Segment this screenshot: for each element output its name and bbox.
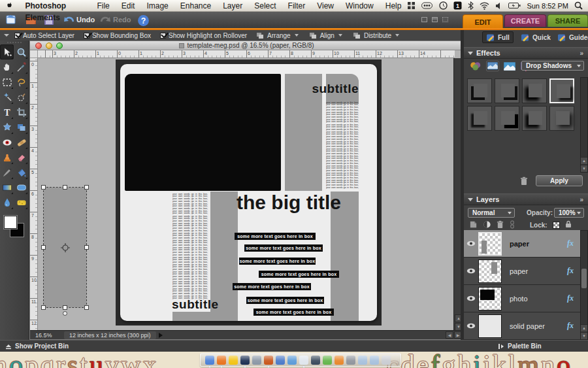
move-tool[interactable] — [0, 44, 14, 59]
lock-all-icon[interactable] — [565, 220, 572, 229]
hand-tool[interactable] — [0, 59, 14, 75]
redo-button[interactable]: Redo — [113, 16, 131, 24]
text-box-bar[interactable]: some more text goes here in box — [235, 233, 316, 240]
dock-app-icon[interactable] — [346, 356, 355, 365]
selection-handle[interactable] — [63, 305, 67, 310]
power-icon[interactable] — [508, 2, 521, 9]
layer-row-photo[interactable]: photofx — [464, 285, 580, 312]
filler-text-column-left[interactable]: your own words go in this box, your own … — [172, 193, 208, 300]
window-arrange-icons[interactable] — [421, 17, 448, 22]
mode-guided-button[interactable]: Guided — [554, 31, 588, 43]
visibility-eye-icon[interactable] — [466, 241, 476, 246]
dock-app-icon[interactable] — [311, 356, 320, 365]
undo-button[interactable]: Undo — [76, 16, 95, 24]
layer-row-paper[interactable]: paperfx — [464, 230, 580, 258]
dock-app-icon[interactable] — [323, 356, 332, 365]
selection-handle[interactable] — [41, 245, 46, 250]
lock-transparency-icon[interactable] — [553, 222, 560, 229]
menu-enhance[interactable]: Enhance — [174, 0, 217, 12]
dock-app-icon[interactable] — [240, 356, 250, 365]
drop-shadow-preset[interactable] — [467, 78, 492, 103]
text-box-bar[interactable]: some more text goes here in box — [244, 244, 323, 252]
layer-fx-badge[interactable]: fx — [567, 293, 574, 303]
subtitle-top-text[interactable]: subtitle — [287, 82, 359, 96]
zoom-window-icon[interactable] — [56, 42, 63, 49]
drop-shadow-preset[interactable] — [495, 78, 519, 103]
menu-button-align[interactable]: Align — [309, 32, 342, 39]
dock-app-icon[interactable] — [382, 356, 391, 365]
marquee-tool[interactable] — [0, 75, 14, 90]
spotlight-icon[interactable] — [574, 1, 583, 10]
selection-handle[interactable] — [84, 245, 89, 250]
text-box-bar[interactable]: some more text goes here in box — [253, 309, 334, 316]
scroll-down-icon[interactable]: ▼ — [581, 165, 587, 172]
layers-scrollbar[interactable]: ▲ ▼ — [580, 230, 588, 340]
red-eye-tool[interactable] — [0, 135, 14, 150]
filters-icon[interactable] — [469, 61, 482, 71]
effects-scrollbar[interactable]: ▲ ▼ — [580, 77, 588, 173]
status-flyout-icon[interactable] — [159, 333, 163, 338]
redo-icon[interactable] — [99, 14, 112, 25]
checkbox-show-bounding-box[interactable]: Show Bounding Box — [84, 32, 151, 39]
input-menu-icon[interactable]: 1 — [453, 1, 462, 10]
dock-app-icon[interactable] — [287, 356, 297, 365]
drop-shadow-preset[interactable] — [522, 106, 547, 131]
tab-share[interactable]: SHARE — [547, 14, 588, 27]
menu-layer[interactable]: Layer — [217, 0, 248, 12]
mode-quick-button[interactable]: Quick — [517, 31, 554, 43]
text-box-bar[interactable]: some more text goes here in box — [233, 283, 311, 290]
menu-window[interactable]: Window — [340, 0, 380, 12]
type-tool[interactable]: T — [0, 105, 14, 120]
tab-create[interactable]: CREATE — [504, 14, 546, 27]
layer-thumbnail[interactable] — [478, 259, 502, 283]
menu-edit[interactable]: Edit — [116, 0, 141, 12]
spaces-icon[interactable] — [407, 1, 416, 10]
effects-palette-header[interactable]: Effects » — [464, 47, 588, 59]
dock-app-icon[interactable] — [205, 356, 214, 365]
layer-thumbnail[interactable] — [478, 287, 502, 310]
link-layers-icon[interactable] — [509, 220, 515, 230]
sponge-tool[interactable] — [14, 195, 28, 210]
effects-category-dropdown[interactable]: Drop Shadows — [521, 61, 584, 71]
dock-app-icon[interactable] — [358, 356, 367, 365]
drop-shadow-preset[interactable] — [549, 106, 574, 131]
zoom-tool[interactable] — [14, 44, 28, 59]
selection-handle[interactable] — [84, 185, 89, 190]
apply-button[interactable]: Apply — [536, 175, 583, 186]
big-title-text[interactable]: the big title — [213, 192, 365, 214]
horizontal-scrollbar-buttons[interactable]: ◀▶ — [446, 331, 462, 339]
lasso-tool[interactable] — [14, 75, 28, 90]
menu-file[interactable]: File — [91, 0, 115, 12]
adjustment-layer-icon[interactable] — [483, 220, 491, 230]
tab-edit[interactable]: EDIT — [463, 14, 503, 29]
layer-fx-badge[interactable]: fx — [567, 239, 574, 248]
drop-shadow-preset[interactable] — [522, 78, 547, 103]
cookie-cutter-tool[interactable] — [0, 120, 14, 135]
quick-selection-tool[interactable] — [14, 90, 28, 105]
photo-placeholder[interactable] — [125, 74, 281, 191]
layer-thumbnail[interactable] — [478, 232, 502, 256]
scrapbook-page[interactable]: subtitle your own words go in this box, … — [120, 64, 377, 321]
dock-app-icon[interactable] — [264, 356, 273, 365]
checkbox-auto-select-layer[interactable]: Auto Select Layer — [14, 32, 74, 39]
paper-block-bottom[interactable] — [172, 312, 222, 321]
palette-menu-icon[interactable]: » — [580, 50, 583, 57]
menu-clock[interactable]: Sun 8:52 PM — [527, 2, 568, 10]
scrollbar-thumb[interactable] — [581, 269, 587, 288]
volume-icon[interactable] — [495, 2, 502, 10]
wifi-icon[interactable] — [480, 2, 489, 10]
visibility-eye-icon[interactable] — [466, 268, 476, 274]
vertical-ruler[interactable]: 0123456789101112 — [30, 58, 38, 331]
menu-help[interactable]: Help — [380, 0, 408, 12]
scroll-up-icon[interactable]: ▲ — [581, 157, 587, 164]
layer-thumbnail[interactable] — [478, 314, 502, 338]
scroll-up-icon[interactable]: ▲ — [581, 324, 587, 331]
dock-app-icon[interactable] — [276, 356, 285, 365]
clone-stamp-tool[interactable] — [0, 150, 14, 165]
blend-mode-dropdown[interactable]: Normal — [468, 208, 515, 218]
battery-pill-icon[interactable] — [421, 2, 433, 9]
menu-select[interactable]: Select — [248, 0, 282, 12]
help-icon[interactable]: ? — [137, 14, 150, 25]
new-file-icon[interactable] — [5, 14, 18, 25]
drop-shadow-preset[interactable] — [495, 106, 519, 131]
